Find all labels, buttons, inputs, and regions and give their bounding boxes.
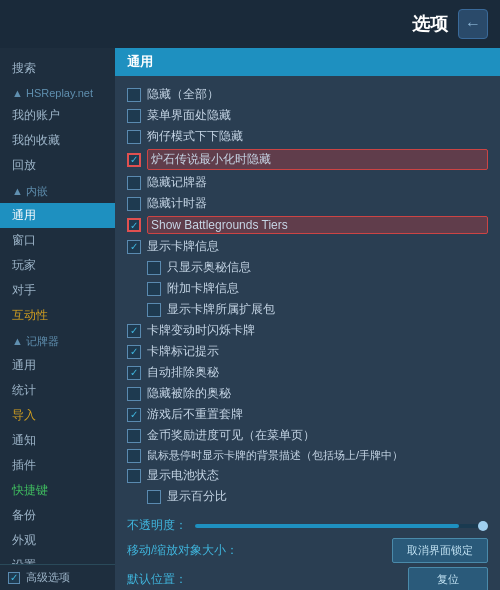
- sidebar-item-window[interactable]: 窗口: [0, 228, 115, 253]
- label-reward-menu: 金币奖励进度可见（在菜单页）: [147, 427, 488, 444]
- checkbox-hide-all[interactable]: 隐藏（全部）: [127, 84, 488, 105]
- checkbox-reward-menu[interactable]: 金币奖励进度可见（在菜单页）: [127, 425, 488, 446]
- cb-flash-cards[interactable]: [127, 324, 141, 338]
- label-show-card-info: 显示卡牌信息: [147, 238, 488, 255]
- checkbox-show-card-info[interactable]: 显示卡牌信息: [127, 236, 488, 257]
- back-button[interactable]: ←: [458, 9, 488, 39]
- checkbox-secrets-only[interactable]: 只显示奥秘信息: [127, 257, 488, 278]
- sidebar-item-import[interactable]: 导入: [0, 403, 115, 428]
- move-scale-label: 移动/缩放对象大小：: [127, 542, 392, 559]
- content-area: 通用 隐藏（全部） 菜单界面处隐藏 狗仔模式下下隐藏 炉石传说最小化时隐藏: [115, 48, 500, 590]
- sidebar-item-account[interactable]: 我的账户: [0, 103, 115, 128]
- sidebar-item-interactive[interactable]: 互动性: [0, 303, 115, 328]
- cb-reward-menu[interactable]: [127, 429, 141, 443]
- label-show-tooltip: 狗仔模式下下隐藏: [147, 128, 488, 145]
- page-title: 选项: [412, 12, 448, 36]
- advanced-options-bar: 高级选项: [0, 564, 115, 590]
- reset-button[interactable]: 复位: [408, 567, 488, 590]
- cb-show-percent[interactable]: [147, 490, 161, 504]
- label-secrets-only: 只显示奥秘信息: [167, 259, 488, 276]
- checkbox-hide-hearthstone[interactable]: 炉石传说最小化时隐藏: [127, 147, 488, 172]
- sidebar-builtin-header: ▲ 内嵌: [0, 178, 115, 203]
- sidebar-item-notify[interactable]: 通知: [0, 428, 115, 453]
- checkbox-hide-menu[interactable]: 菜单界面处隐藏: [127, 105, 488, 126]
- checkbox-show-bg-tiers[interactable]: Show Battlegrounds Tiers: [127, 214, 488, 236]
- slider-fill: [195, 524, 459, 528]
- content-title: 通用: [115, 48, 500, 76]
- cb-hide-timer[interactable]: [127, 197, 141, 211]
- back-icon: ←: [465, 15, 481, 33]
- sidebar-search[interactable]: 搜索: [0, 56, 115, 81]
- cb-show-removed[interactable]: [127, 387, 141, 401]
- checkbox-show-expansion[interactable]: 显示卡牌所属扩展包: [127, 299, 488, 320]
- cb-reset-deck[interactable]: [127, 408, 141, 422]
- label-hide-all: 隐藏（全部）: [147, 86, 488, 103]
- label-card-marks: 卡牌标记提示: [147, 343, 488, 360]
- cb-show-card-info[interactable]: [127, 240, 141, 254]
- slider-thumb[interactable]: [478, 521, 488, 531]
- label-extra-cards: 附加卡牌信息: [167, 280, 488, 297]
- cb-show-bg-tiers[interactable]: [127, 218, 141, 232]
- sidebar-item-general[interactable]: 通用: [0, 203, 115, 228]
- unlock-layout-button[interactable]: 取消界面锁定: [392, 538, 488, 563]
- cb-auto-secrets[interactable]: [127, 366, 141, 380]
- label-show-bg-tiers: Show Battlegrounds Tiers: [147, 216, 488, 234]
- sidebar-item-plugins[interactable]: 插件: [0, 453, 115, 478]
- opacity-row: 不透明度：: [127, 517, 488, 534]
- checkbox-auto-secrets[interactable]: 自动排除奥秘: [127, 362, 488, 383]
- sidebar-item-backup[interactable]: 备份: [0, 503, 115, 528]
- cb-hide-menu[interactable]: [127, 109, 141, 123]
- cb-hide-deck[interactable]: [127, 176, 141, 190]
- cb-card-marks[interactable]: [127, 345, 141, 359]
- label-flash-cards: 卡牌变动时闪烁卡牌: [147, 322, 488, 339]
- label-show-battery: 显示电池状态: [147, 467, 488, 484]
- sidebar-item-collection[interactable]: 我的收藏: [0, 128, 115, 153]
- checkbox-reset-deck[interactable]: 游戏后不重置套牌: [127, 404, 488, 425]
- main-layout: 搜索 ▲ HSReplay.net 我的账户 我的收藏 回放 ▲ 内嵌 通用 窗…: [0, 48, 500, 590]
- opacity-slider[interactable]: [195, 519, 488, 533]
- label-auto-secrets: 自动排除奥秘: [147, 364, 488, 381]
- sidebar-hsreplay-header[interactable]: ▲ HSReplay.net: [0, 81, 115, 103]
- label-show-removed: 隐藏被除的奥秘: [147, 385, 488, 402]
- label-hide-hearthstone: 炉石传说最小化时隐藏: [147, 149, 488, 170]
- cb-extra-cards[interactable]: [147, 282, 161, 296]
- checkbox-hover-bg[interactable]: 鼠标悬停时显示卡牌的背景描述（包括场上/手牌中）: [127, 446, 488, 465]
- default-position-row: 默认位置： 复位: [127, 567, 488, 590]
- cb-show-tooltip[interactable]: [127, 130, 141, 144]
- cb-hide-hearthstone[interactable]: [127, 153, 141, 167]
- label-reset-deck: 游戏后不重置套牌: [147, 406, 488, 423]
- opacity-label: 不透明度：: [127, 517, 187, 534]
- content-body: 隐藏（全部） 菜单界面处隐藏 狗仔模式下下隐藏 炉石传说最小化时隐藏 隐藏记牌器: [115, 76, 500, 590]
- cb-hover-bg[interactable]: [127, 449, 141, 463]
- move-scale-row: 移动/缩放对象大小： 取消界面锁定: [127, 538, 488, 563]
- label-hide-timer: 隐藏计时器: [147, 195, 488, 212]
- sidebar-item-player[interactable]: 玩家: [0, 253, 115, 278]
- sidebar-item-appearance[interactable]: 外观: [0, 528, 115, 553]
- checkbox-show-battery[interactable]: 显示电池状态: [127, 465, 488, 486]
- cb-hide-all[interactable]: [127, 88, 141, 102]
- checkbox-hide-timer[interactable]: 隐藏计时器: [127, 193, 488, 214]
- sidebar-item-stats[interactable]: 统计: [0, 378, 115, 403]
- cb-advanced-options[interactable]: [8, 572, 20, 584]
- slider-track: [195, 524, 488, 528]
- sidebar-item-replay[interactable]: 回放: [0, 153, 115, 178]
- label-hover-bg: 鼠标悬停时显示卡牌的背景描述（包括场上/手牌中）: [147, 448, 488, 463]
- cb-show-battery[interactable]: [127, 469, 141, 483]
- sidebar-item-rec-general[interactable]: 通用: [0, 353, 115, 378]
- checkbox-show-tooltip[interactable]: 狗仔模式下下隐藏: [127, 126, 488, 147]
- sidebar-recorder-header: ▲ 记牌器: [0, 328, 115, 353]
- checkbox-hide-deck[interactable]: 隐藏记牌器: [127, 172, 488, 193]
- header: 选项 ←: [0, 0, 500, 48]
- checkbox-show-removed[interactable]: 隐藏被除的奥秘: [127, 383, 488, 404]
- cb-secrets-only[interactable]: [147, 261, 161, 275]
- checkbox-extra-cards[interactable]: 附加卡牌信息: [127, 278, 488, 299]
- label-hide-menu: 菜单界面处隐藏: [147, 107, 488, 124]
- sidebar-item-hotkeys[interactable]: 快捷键: [0, 478, 115, 503]
- cb-show-expansion[interactable]: [147, 303, 161, 317]
- checkbox-show-percent[interactable]: 显示百分比: [127, 486, 488, 507]
- checkbox-flash-cards[interactable]: 卡牌变动时闪烁卡牌: [127, 320, 488, 341]
- default-position-label: 默认位置：: [127, 571, 408, 588]
- sidebar-item-opponent[interactable]: 对手: [0, 278, 115, 303]
- label-show-expansion: 显示卡牌所属扩展包: [167, 301, 488, 318]
- checkbox-card-marks[interactable]: 卡牌标记提示: [127, 341, 488, 362]
